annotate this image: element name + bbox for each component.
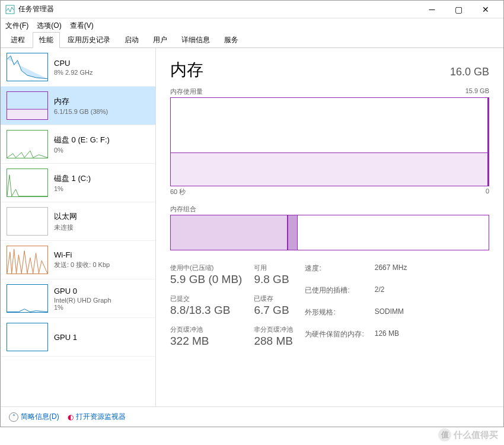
usage-label: 内存使用量	[170, 87, 203, 96]
sidebar-label: GPU 0	[54, 287, 111, 295]
titlebar[interactable]: 任务管理器 ─ ▢ ✕	[1, 1, 503, 18]
menu-options[interactable]: 选项(O)	[37, 21, 61, 31]
reserved-val: 126 MB	[375, 329, 407, 348]
tab-services[interactable]: 服务	[218, 32, 245, 47]
committed-label: 已提交	[170, 294, 242, 303]
sidebar-sub: 8% 2.92 GHz	[54, 69, 92, 76]
brief-info-toggle[interactable]: ˄ 简略信息(D)	[9, 412, 59, 422]
footer: ˄ 简略信息(D) ◐ 打开资源监视器	[1, 406, 503, 427]
stats-area: 使用中(已压缩)5.9 GB (0 MB) 已提交8.8/18.3 GB 分页缓…	[170, 263, 489, 348]
chart-cursor	[487, 98, 489, 186]
tab-users[interactable]: 用户	[146, 32, 174, 47]
speed-val: 2667 MHz	[375, 263, 407, 282]
slots-key: 已使用的插槽:	[305, 285, 363, 304]
watermark-icon: 值	[438, 428, 451, 441]
sidebar-item-disk1[interactable]: 磁盘 1 (C:)1%	[1, 164, 155, 202]
minimize-button[interactable]: ─	[419, 1, 445, 18]
memory-usage-chart	[170, 97, 489, 186]
in-use-value: 5.9 GB (0 MB)	[170, 273, 242, 286]
sidebar-item-wifi[interactable]: Wi-Fi发送: 0 接收: 0 Kbp	[1, 241, 155, 279]
cached-value: 6.7 GB	[254, 304, 293, 317]
reserved-key: 为硬件保留的内存:	[305, 329, 363, 348]
content-area: CPU8% 2.92 GHz 内存6.1/15.9 GB (38%) 磁盘 0 …	[1, 48, 503, 406]
gpu0-thumb	[7, 284, 48, 313]
sidebar-label: 磁盘 1 (C:)	[54, 173, 91, 184]
memory-composition-bar	[170, 215, 489, 250]
maximize-button[interactable]: ▢	[445, 1, 472, 18]
sidebar-sub: 未连接	[54, 223, 77, 232]
resmon-icon: ◐	[68, 413, 74, 421]
comp-modified	[288, 215, 298, 250]
tab-startup[interactable]: 启动	[118, 32, 145, 47]
sidebar-label: CPU	[54, 59, 92, 68]
form-val: SODIMM	[375, 307, 407, 326]
watermark-text: 什么值得买	[454, 430, 498, 441]
window-title: 任务管理器	[18, 4, 419, 14]
panel-title: 内存	[170, 59, 203, 81]
menu-view[interactable]: 查看(V)	[70, 21, 94, 31]
tabbar: 进程 性能 应用历史记录 启动 用户 详细信息 服务	[1, 33, 503, 48]
perf-sidebar[interactable]: CPU8% 2.92 GHz 内存6.1/15.9 GB (38%) 磁盘 0 …	[1, 48, 156, 406]
memory-specs: 速度:2667 MHz 已使用的插槽:2/2 外形规格:SODIMM 为硬件保留…	[305, 263, 407, 348]
disk1-thumb	[7, 169, 48, 197]
sidebar-sub: 6.1/15.9 GB (38%)	[54, 108, 108, 115]
sidebar-label: 内存	[54, 96, 108, 107]
menu-file[interactable]: 文件(F)	[5, 21, 28, 31]
sidebar-sub: 1%	[54, 185, 91, 192]
sidebar-sub: 0%	[54, 147, 110, 154]
svg-rect-1	[7, 109, 47, 119]
sidebar-item-disk0[interactable]: 磁盘 0 (E: G: F:)0%	[1, 125, 155, 164]
cpu-thumb	[7, 53, 48, 81]
sidebar-label: GPU 1	[54, 333, 77, 342]
disk0-thumb	[7, 130, 48, 158]
sidebar-item-gpu0[interactable]: GPU 0Intel(R) UHD Graph 1%	[1, 279, 155, 318]
axis-left: 60 秒	[170, 187, 186, 196]
chart-fill	[171, 152, 489, 186]
axis-right: 0	[486, 187, 489, 196]
chevron-up-icon: ˄	[9, 412, 18, 422]
sidebar-label: 以太网	[54, 211, 77, 222]
close-button[interactable]: ✕	[472, 1, 499, 18]
speed-key: 速度:	[305, 263, 363, 282]
usage-max: 15.9 GB	[465, 87, 489, 96]
tab-processes[interactable]: 进程	[4, 32, 31, 47]
sidebar-sub: 发送: 0 接收: 0 Kbp	[54, 260, 110, 269]
memory-total: 16.0 GB	[450, 66, 489, 78]
open-resmon-link[interactable]: ◐ 打开资源监视器	[68, 412, 126, 422]
cached-label: 已缓存	[254, 294, 293, 303]
committed-value: 8.8/18.3 GB	[170, 304, 242, 317]
sidebar-item-cpu[interactable]: CPU8% 2.92 GHz	[1, 48, 155, 87]
wifi-thumb	[7, 246, 48, 274]
task-manager-window: 任务管理器 ─ ▢ ✕ 文件(F) 选项(O) 查看(V) 进程 性能 应用历史…	[0, 0, 504, 427]
detail-panel: 内存 16.0 GB 内存使用量 15.9 GB 60 秒 0 内存组合	[156, 48, 503, 406]
sidebar-sub: Intel(R) UHD Graph 1%	[54, 297, 111, 311]
sidebar-item-ethernet[interactable]: 以太网未连接	[1, 202, 155, 241]
sidebar-item-gpu1[interactable]: GPU 1	[1, 318, 155, 357]
tab-app-history[interactable]: 应用历史记录	[61, 32, 117, 47]
sidebar-item-memory[interactable]: 内存6.1/15.9 GB (38%)	[1, 87, 155, 125]
slots-val: 2/2	[375, 285, 407, 304]
memory-thumb	[7, 91, 48, 120]
paged-label: 分页缓冲池	[170, 325, 242, 334]
form-key: 外形规格:	[305, 307, 363, 326]
available-label: 可用	[254, 263, 293, 272]
composition-label: 内存组合	[170, 205, 489, 214]
nonpaged-label: 非分页缓冲池	[254, 325, 293, 334]
tab-performance[interactable]: 性能	[33, 32, 60, 48]
sidebar-label: Wi-Fi	[54, 250, 110, 259]
available-value: 9.8 GB	[254, 273, 293, 286]
in-use-label: 使用中(已压缩)	[170, 263, 242, 272]
paged-value: 322 MB	[170, 335, 242, 348]
brief-label: 简略信息(D)	[21, 412, 59, 422]
menubar: 文件(F) 选项(O) 查看(V)	[1, 18, 503, 33]
nonpaged-value: 288 MB	[254, 335, 293, 348]
watermark: 值 什么值得买	[438, 428, 498, 441]
gpu1-thumb	[7, 323, 48, 351]
comp-in-use	[171, 215, 288, 250]
tab-details[interactable]: 详细信息	[175, 32, 216, 47]
app-icon	[5, 5, 15, 14]
sidebar-label: 磁盘 0 (E: G: F:)	[54, 135, 110, 145]
ethernet-thumb	[7, 207, 48, 236]
resmon-label: 打开资源监视器	[76, 412, 126, 422]
